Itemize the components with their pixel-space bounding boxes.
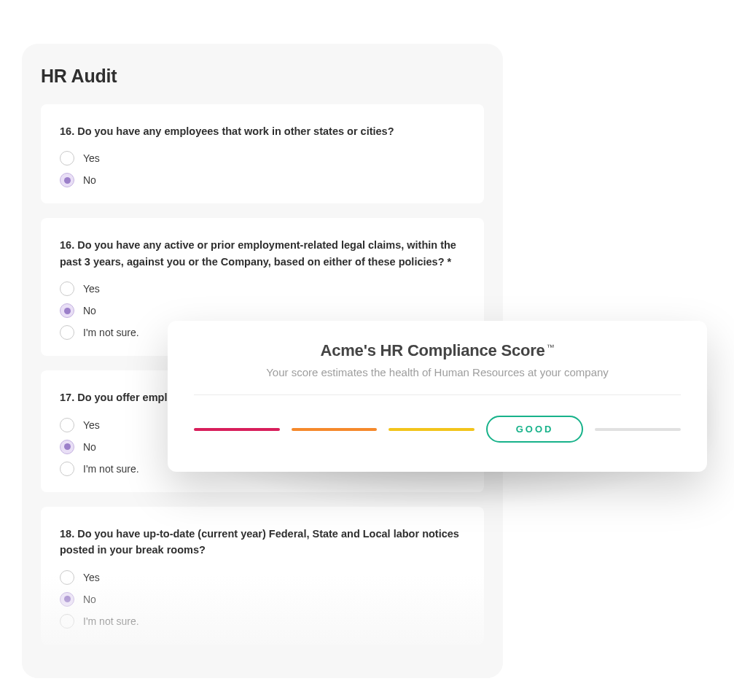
score-title-text: Acme's HR Compliance Score [321,341,545,359]
question-card: 18. Do you have up-to-date (current year… [41,507,484,645]
radio-option[interactable]: Yes [60,570,465,585]
radio-option[interactable]: I'm not sure. [60,614,465,629]
score-segment-good: GOOD [486,416,583,443]
question-text: 18. Do you have up-to-date (current year… [60,526,465,559]
radio-icon[interactable] [60,418,74,432]
radio-icon[interactable] [60,151,74,166]
radio-icon[interactable] [60,462,74,476]
option-label: Yes [83,419,100,431]
page-title: HR Audit [41,66,484,87]
score-segment-ok [389,428,475,431]
option-label: I'm not sure. [83,327,139,338]
score-segment-poor [194,428,280,431]
radio-option[interactable]: Yes [60,281,465,296]
option-label: No [83,305,96,316]
radio-icon[interactable] [60,303,74,318]
radio-icon[interactable] [60,570,74,585]
radio-icon[interactable] [60,173,74,187]
radio-option[interactable]: No [60,303,465,318]
radio-icon[interactable] [60,440,74,454]
option-label: Yes [83,572,100,583]
question-card: 16. Do you have any employees that work … [41,104,484,203]
radio-icon[interactable] [60,325,74,340]
score-segment-fair [292,428,378,431]
radio-option[interactable]: No [60,173,465,187]
radio-option[interactable]: Yes [60,151,465,166]
score-card: Acme's HR Compliance Score™ Your score e… [168,321,707,472]
score-subtitle: Your score estimates the health of Human… [194,366,681,378]
option-label: No [83,441,96,453]
option-label: Yes [83,283,100,295]
score-divider [194,394,681,395]
question-text: 16. Do you have any active or prior empl… [60,237,465,270]
question-text: 16. Do you have any employees that work … [60,123,465,139]
score-title: Acme's HR Compliance Score™ [194,341,681,360]
option-label: I'm not sure. [83,615,139,627]
options-group: YesNo [60,151,465,187]
option-label: No [83,594,96,605]
score-segment-excellent [595,428,681,431]
radio-option[interactable]: No [60,592,465,607]
options-group: YesNoI'm not sure. [60,570,465,629]
radio-icon[interactable] [60,281,74,296]
score-bar: GOOD [194,416,681,443]
option-label: I'm not sure. [83,463,139,475]
option-label: No [83,174,96,186]
option-label: Yes [83,152,100,164]
radio-icon[interactable] [60,614,74,629]
radio-icon[interactable] [60,592,74,607]
trademark-symbol: ™ [547,343,555,351]
